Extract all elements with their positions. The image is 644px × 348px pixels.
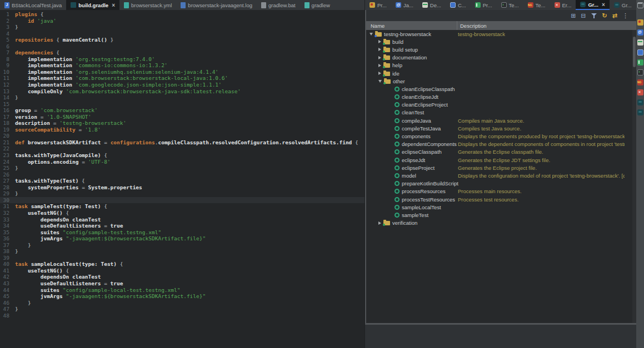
filter-icon[interactable] — [591, 13, 597, 19]
editor-tab-build-gradle[interactable]: build.gradle× — [66, 0, 119, 10]
chevron-spacer — [387, 104, 392, 105]
console-icon[interactable] — [637, 49, 643, 56]
tree-row-documentation[interactable]: documentation — [366, 54, 636, 62]
terminal-icon[interactable] — [637, 69, 643, 75]
chevron-right-icon[interactable] — [378, 221, 381, 225]
close-icon[interactable]: × — [602, 2, 605, 8]
tree-row-cleantest[interactable]: cleanTest — [366, 109, 636, 117]
java-file-icon — [4, 2, 9, 8]
view-tab-declaration-2[interactable]: De... — [418, 0, 446, 10]
code-text: } — [12, 248, 18, 255]
view-tab-testng-6[interactable]: Te... — [523, 0, 550, 10]
tree-row-sampletest[interactable]: sampleTest — [366, 211, 636, 219]
task-group-folder-icon — [383, 221, 390, 225]
javadoc-icon[interactable] — [637, 29, 643, 36]
tree-item-label: build setup — [392, 47, 418, 53]
chevron-right-icon[interactable] — [378, 56, 381, 59]
testng-icon[interactable] — [637, 79, 643, 85]
gradle-icon[interactable] — [637, 99, 643, 105]
tree-row-dependentcomponents[interactable]: dependentComponentsDisplays the dependen… — [366, 140, 636, 148]
view-tab-gradle-9[interactable]: Gr... — [610, 0, 636, 10]
tree-row-processtestresources[interactable]: processTestResourcesProcesses test resou… — [366, 195, 636, 203]
gradle-task-icon — [395, 118, 400, 123]
chevron-spacer — [387, 215, 392, 215]
tree-row-cleaneclipseclasspath[interactable]: cleanEclipseClasspath — [366, 85, 636, 93]
declaration-icon[interactable] — [637, 39, 643, 46]
view-tab-progress-4[interactable]: Pr... — [471, 0, 497, 10]
chevron-right-icon[interactable] — [378, 40, 381, 43]
column-header-name[interactable]: Name — [366, 21, 457, 30]
collapse-all-icon[interactable]: ⊟ — [581, 13, 586, 19]
terminal-icon — [501, 2, 507, 8]
line-number: 44 — [0, 287, 12, 294]
gradle-task-icon — [395, 142, 400, 147]
sync-tasks-icon[interactable]: ⇄ — [612, 13, 617, 19]
tree-row-other[interactable]: other — [366, 77, 636, 85]
chevron-down-icon[interactable] — [370, 33, 373, 36]
gradle-task-icon — [395, 213, 400, 218]
gradle-icon — [580, 2, 586, 7]
tree-row-ide[interactable]: ide — [366, 69, 636, 77]
tab-label: Gr... — [622, 2, 632, 8]
tab-label: Pr... — [483, 2, 492, 8]
tree-row-eclipsejdt[interactable]: eclipseJdtGenerates the Eclipse JDT sett… — [366, 156, 636, 164]
line-number: 19 — [0, 127, 12, 133]
chevron-down-icon[interactable] — [378, 80, 382, 83]
tree-row-build-setup[interactable]: build setup — [366, 46, 636, 53]
tree-row-eclipseclasspath[interactable]: eclipseClasspathGenerates the Eclipse cl… — [366, 148, 636, 156]
editor-tab-gradlew[interactable]: gradlew — [300, 0, 335, 10]
tree-scrollbar[interactable] — [632, 30, 636, 323]
tree-row-compilejava[interactable]: compileJavaCompiles main Java source. — [366, 117, 636, 124]
code-line: 11 implementation 'com.browserstack:brow… — [0, 75, 365, 82]
restore-icon[interactable] — [637, 2, 643, 8]
tree-row-compiletestjava[interactable]: compileTestJavaCompiles test Java source… — [366, 124, 636, 132]
view-tab-terminal-5[interactable]: Te... — [497, 0, 523, 10]
line-number: 7 — [0, 49, 12, 56]
view-tab-error-log-7[interactable]: Er... — [550, 0, 576, 10]
chevron-right-icon[interactable] — [378, 48, 381, 51]
line-number: 12 — [0, 82, 12, 88]
progress-icon[interactable] — [637, 59, 643, 65]
tree-row-build[interactable]: build — [366, 38, 636, 46]
expand-all-icon[interactable]: ⊞ — [571, 13, 576, 19]
code-editor[interactable]: 1plugins {2 id 'java'3}45repositories { … — [0, 10, 365, 348]
tree-row-preparekotlinbuildscript[interactable]: prepareKotlinBuildScript — [366, 180, 636, 188]
tree-row-testng-browserstack[interactable]: testng-browserstacktestng-browserstack — [366, 30, 636, 38]
close-icon[interactable]: × — [112, 2, 115, 8]
tree-row-cleaneclipsejdt[interactable]: cleanEclipseJdt — [366, 93, 636, 101]
view-tab-gradle-8[interactable]: Gr...× — [576, 0, 609, 10]
problems-icon[interactable] — [637, 19, 643, 26]
tree-row-help[interactable]: help — [366, 62, 636, 69]
chevron-spacer — [387, 97, 392, 97]
tree-row-eclipseproject[interactable]: eclipseProjectGenerates the Eclipse proj… — [366, 164, 636, 172]
tree-row-verification[interactable]: verification — [366, 219, 636, 227]
tree-item-label: documentation — [392, 54, 427, 60]
view-tab-javadoc-1[interactable]: Ja... — [391, 0, 418, 10]
view-tab-problems-0[interactable]: Pr... — [365, 0, 391, 10]
line-number: 40 — [0, 261, 12, 268]
error-log-icon[interactable] — [637, 89, 643, 95]
editor-tab-bstacklocaltest-java[interactable]: BStackLocalTest.java — [0, 0, 66, 10]
scrollbar-thumb[interactable] — [633, 37, 636, 67]
code-line: 48 — [0, 312, 365, 319]
editor-tab-gradlew-bat[interactable]: gradlew.bat — [257, 0, 300, 10]
tree-row-samplelocaltest[interactable]: sampleLocalTest — [366, 203, 636, 211]
code-line: 46 } — [0, 300, 365, 306]
editor-tab-browserstack-yml[interactable]: browserstack.yml — [119, 0, 176, 10]
tree-row-cleaneclipseproject[interactable]: cleanEclipseProject — [366, 101, 636, 109]
refresh-icon[interactable]: ↻ — [602, 13, 607, 19]
view-tab-console-3[interactable]: C... — [446, 0, 471, 10]
tree-row-model[interactable]: modelDisplays the configuration model of… — [366, 172, 636, 179]
gradle-icon[interactable] — [637, 109, 643, 115]
tree-item-description: Displays the configuration model of root… — [458, 172, 625, 179]
editor-group: BStackLocalTest.javabuild.gradle×browser… — [0, 0, 365, 348]
tree-row-processresources[interactable]: processResourcesProcesses main resources… — [366, 188, 636, 195]
gradle-task-icon — [395, 134, 400, 139]
column-header-description[interactable]: Description — [457, 23, 636, 29]
editor-tab-browserstack-javaagent-log[interactable]: browserstack-javaagent.log — [176, 0, 257, 10]
chevron-right-icon[interactable] — [378, 64, 381, 67]
tab-label: build.gradle — [78, 2, 108, 8]
view-menu-icon[interactable]: ⋮ — [622, 13, 628, 19]
chevron-right-icon[interactable] — [378, 72, 381, 75]
tree-row-components[interactable]: componentsDisplays the components produc… — [366, 132, 636, 140]
